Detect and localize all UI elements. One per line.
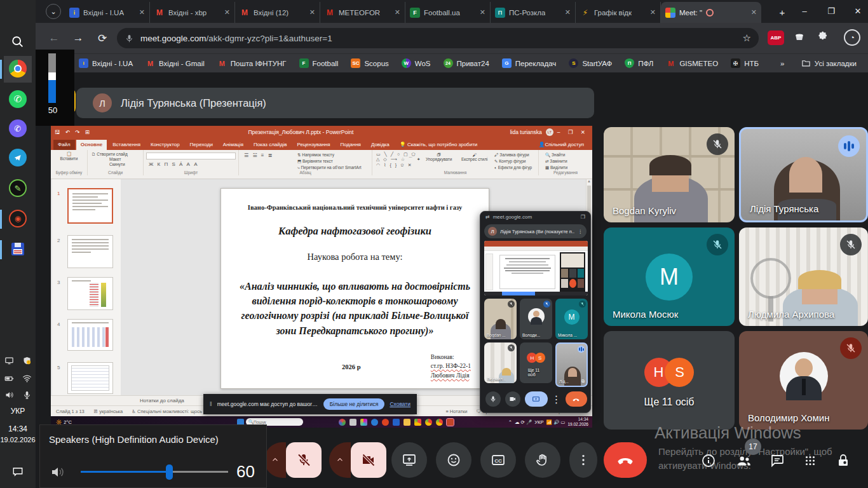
ppt-tab-home[interactable]: Основне [76,140,107,150]
camera-off-button[interactable] [351,442,386,478]
captions-button[interactable]: CC [480,442,516,478]
browser-tab[interactable]: П ПС-Розкла ✕ [491,2,576,23]
ppt-share-button[interactable]: 👤Спільний доступ [534,140,589,150]
basket-extension-icon[interactable] [793,30,806,43]
ppt-tab-file[interactable]: Файл [53,140,75,150]
reactions-button[interactable] [436,442,471,478]
paste-icon[interactable]: 📋Вставити [51,151,87,161]
bookmark-item[interactable]: MПошта ІФНТУНГ [212,57,292,70]
notification-center-icon[interactable] [9,463,27,480]
bookmark-item[interactable]: SStartУАФ [564,57,617,70]
microphone-tray-icon[interactable] [22,390,32,400]
ppt-tell-me[interactable]: 💡 Скажіть, що потрібно зробити [395,140,482,150]
ppt-tab-view[interactable]: Подання [336,140,365,150]
audio-device-name[interactable]: Speakers (High Definition Audio Device) [49,434,219,445]
find-button[interactable]: 🔍 Знайти [545,152,592,158]
pip-tile-volodymyr[interactable]: Володи... [520,299,552,339]
host-controls-button[interactable] [834,451,853,470]
participant-tile-others[interactable]: H S Ще 11 осіб [604,331,735,430]
tab-search-chevron-icon[interactable]: ⌄ [46,4,61,19]
browser-menu-icon[interactable]: ⋮ [865,29,868,41]
tab-close-icon[interactable]: ✕ [565,8,571,17]
quick-styles-button[interactable]: 🖌Експрес стилі [461,152,487,161]
defender-tray-icon[interactable]: ! [22,356,32,365]
ppt-tab-review[interactable]: Рецензування [292,140,334,150]
ppt-tab-help[interactable]: Довідка [367,140,394,150]
ppt-quick-access[interactable]: 🖫 ↶ ↷ ⊞ [55,129,92,135]
bookmark-item[interactable]: FFootball [294,57,344,70]
participant-tile-bogdan[interactable]: Bogdan Kyryliv [604,127,735,222]
pip-presentation-header[interactable]: Л Лідія Турянська (Ви (показуєте п.. ⋮ [484,224,587,238]
telegram-icon[interactable] [9,149,27,166]
viber-icon[interactable]: ✆ [9,119,27,137]
pip-shared-screen-thumb[interactable] [484,241,588,295]
tray-time[interactable]: 14:34 [0,424,36,433]
refresh-icon[interactable]: ⟳ [93,29,112,48]
speaker-tray-icon[interactable] [4,390,14,400]
tab-close-icon[interactable]: ✕ [650,8,656,17]
bookmark-item[interactable]: WWoS [397,57,436,70]
presentation-header[interactable]: Л Лідія Турянська (Презентація) [76,88,594,118]
new-slide-button[interactable]: 🗋 Створити слайд [92,152,143,156]
ppt-tab-design[interactable]: Конструктор [146,140,184,150]
smartart-button[interactable]: ⤷ Перетворити на об'єкт SmartArt [297,165,362,171]
window-minimize-icon[interactable]: – [792,1,817,20]
browser-tab[interactable]: i Вхідні - I.UA ✕ [65,2,150,23]
back-icon[interactable]: ← [44,29,64,48]
battery-tray-icon[interactable] [4,374,14,383]
tab-close-icon[interactable]: ✕ [751,8,757,17]
bookmark-item[interactable]: 24Приват24 [438,57,494,70]
camera-app-icon[interactable]: ◉ [9,210,27,227]
raise-hand-button[interactable] [525,442,560,478]
pip-expand-icon[interactable]: ⧉ [581,379,585,384]
activities-button[interactable] [801,451,820,470]
pip-menu-icon[interactable]: ⋮ [578,229,583,234]
bookmark-item[interactable]: ППФЛ [620,57,658,70]
browser-tab[interactable]: M Вхідні (12) ✕ [235,2,320,23]
shapes-gallery[interactable]: ▭ ╲ ╱ ○ ▢ ⬠△ ◇ ⟶ ☆ ⌒ ✦◠ ⌇ { } ✩ ✕ [376,152,423,168]
bookmarks-overflow-icon[interactable]: » [775,58,789,69]
profile-avatar-icon[interactable]: ◔ [844,29,860,46]
tray-date[interactable]: 19.02.2026 [0,436,36,444]
tab-close-icon[interactable]: ✕ [139,8,145,17]
forward-icon[interactable]: → [69,29,88,48]
slide-thumbnail-4[interactable] [67,319,113,351]
pip-tile-bogdan[interactable]: Bogdan ... [484,299,517,339]
window-maximize-icon[interactable]: ❐ [818,1,844,20]
shape-outline-button[interactable]: ✎ Контур фігури [494,158,532,165]
slide-thumbnail-panel[interactable]: 1 2 3 4 5 6 [52,179,121,395]
pip-hangup-icon[interactable] [566,391,587,407]
participant-tile-liudmyla[interactable]: Людмила Архипова [739,227,868,326]
pip-tile-mykola[interactable]: M Микола ... [555,299,588,339]
tab-close-icon[interactable]: ✕ [395,8,400,17]
esign-icon[interactable]: ✎ [9,179,27,197]
pip-camera-icon[interactable] [505,391,520,407]
slide-thumbnail-3[interactable] [67,277,113,310]
pip-present-active-icon[interactable] [525,391,548,407]
pip-tile-liudmyla[interactable]: Людмил... [484,342,517,383]
chrome-icon[interactable] [9,60,27,78]
ppt-window-controls[interactable]: – ❐ ✕ [557,129,588,135]
meeting-details-button[interactable] [699,451,718,470]
network-tray-icon[interactable] [22,374,32,383]
bookmark-item[interactable]: MВхідні - Gmail [140,57,210,70]
chat-button[interactable] [768,451,787,470]
more-options-button[interactable] [569,442,597,478]
layout-button[interactable]: Макет [109,157,143,161]
align-text-button[interactable]: ⬒ Вирівняти текст [297,158,362,165]
floppy-app-icon[interactable] [9,240,27,258]
shape-effects-button[interactable]: ◐ Ефекти для фігур [494,165,532,171]
ppt-tab-animations[interactable]: Анімація [219,140,248,150]
mic-options-chevron-icon[interactable] [264,442,286,478]
ppt-tab-slideshow[interactable]: Показ слайдів [249,140,291,150]
participant-tile-lidiia-speaking[interactable]: Лідія Турянська [739,127,868,222]
browser-tab[interactable]: M METEOFOR ✕ [320,2,405,23]
pip-restore-icon[interactable]: ❐ [581,214,585,220]
participant-tile-volodymyr[interactable]: Володимир Хомин [739,331,868,430]
browser-tab-meet-active[interactable]: Meet: " ✕ [661,2,761,23]
stop-sharing-button[interactable]: Більше не ділитися [323,398,385,410]
volume-slider[interactable] [81,471,228,473]
pip-mic-icon[interactable] [485,391,501,407]
extensions-puzzle-icon[interactable] [817,30,829,43]
status-language[interactable]: 🖹 українська [93,409,123,414]
